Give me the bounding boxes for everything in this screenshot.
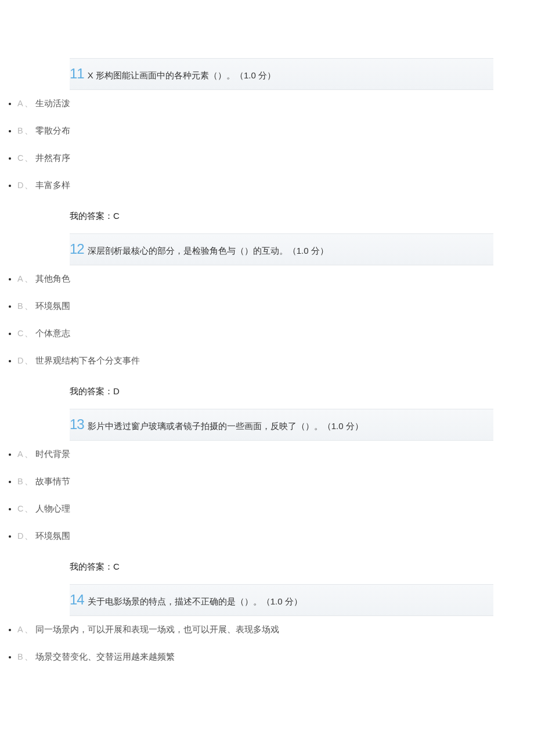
answer-value: C bbox=[113, 211, 120, 221]
option-sep: 、 bbox=[24, 301, 33, 311]
option-text: 环境氛围 bbox=[35, 531, 70, 541]
options-wrap: A、同一场景内，可以开展和表现一场戏，也可以开展、表现多场戏 B、场景交替变化、… bbox=[41, 616, 493, 671]
option-letter: C bbox=[17, 504, 23, 513]
option-b[interactable]: B、环境氛围 bbox=[17, 293, 493, 320]
question-header: 12 深层剖析最核心的部分，是检验角色与（）的互动。（1.0 分） bbox=[70, 233, 493, 265]
option-letter: B bbox=[17, 652, 23, 661]
answer-row: 我的答案：C bbox=[70, 199, 493, 233]
question-number: 12 bbox=[70, 242, 84, 256]
option-c[interactable]: C、人物心理 bbox=[17, 495, 493, 523]
question-text: 关于电影场景的特点，描述不正确的是（）。（1.0 分） bbox=[88, 596, 302, 607]
options-list: A、同一场景内，可以开展和表现一场戏，也可以开展、表现多场戏 B、场景交替变化、… bbox=[17, 616, 493, 671]
answer-row: 我的答案：D bbox=[70, 375, 493, 409]
option-letter: B bbox=[17, 301, 23, 311]
option-a[interactable]: A、时代背景 bbox=[17, 441, 493, 468]
option-text: 生动活泼 bbox=[35, 99, 70, 108]
answer-label: 我的答案： bbox=[70, 561, 113, 571]
answer-label: 我的答案： bbox=[70, 386, 113, 396]
option-text: 时代背景 bbox=[35, 449, 70, 459]
options-list: A、时代背景 B、故事情节 C、人物心理 D、环境氛围 bbox=[17, 441, 493, 550]
option-d[interactable]: D、环境氛围 bbox=[17, 523, 493, 550]
option-a[interactable]: A、其他角色 bbox=[17, 265, 493, 293]
option-sep: 、 bbox=[24, 329, 33, 338]
option-d[interactable]: D、世界观结构下各个分支事件 bbox=[17, 347, 493, 375]
option-sep: 、 bbox=[24, 153, 33, 163]
option-sep: 、 bbox=[24, 274, 33, 283]
option-letter: D bbox=[17, 356, 23, 365]
question-14: 14 关于电影场景的特点，描述不正确的是（）。（1.0 分） A、同一场景内，可… bbox=[41, 584, 493, 671]
option-sep: 、 bbox=[24, 356, 33, 365]
option-c[interactable]: C、井然有序 bbox=[17, 145, 493, 172]
option-letter: B bbox=[17, 477, 23, 486]
option-a[interactable]: A、同一场景内，可以开展和表现一场戏，也可以开展、表现多场戏 bbox=[17, 616, 493, 643]
option-letter: A bbox=[17, 274, 23, 283]
option-text: 环境氛围 bbox=[35, 301, 70, 311]
option-text: 故事情节 bbox=[35, 477, 70, 486]
option-letter: D bbox=[17, 531, 23, 541]
options-list: A、生动活泼 B、零散分布 C、井然有序 D、丰富多样 bbox=[17, 90, 493, 199]
question-11: 11 X 形构图能让画面中的各种元素（）。（1.0 分） A、生动活泼 B、零散… bbox=[41, 58, 493, 233]
question-text: 深层剖析最核心的部分，是检验角色与（）的互动。（1.0 分） bbox=[88, 246, 329, 257]
option-c[interactable]: C、个体意志 bbox=[17, 320, 493, 347]
option-letter: A bbox=[17, 625, 23, 634]
option-letter: C bbox=[17, 329, 23, 338]
option-sep: 、 bbox=[24, 181, 33, 190]
option-text: 井然有序 bbox=[35, 153, 70, 163]
option-text: 零散分布 bbox=[35, 126, 70, 135]
options-wrap: A、时代背景 B、故事情节 C、人物心理 D、环境氛围 bbox=[41, 441, 493, 550]
option-sep: 、 bbox=[24, 504, 33, 513]
question-text: X 形构图能让画面中的各种元素（）。（1.0 分） bbox=[88, 70, 276, 81]
option-a[interactable]: A、生动活泼 bbox=[17, 90, 493, 117]
quiz-page: 11 X 形构图能让画面中的各种元素（）。（1.0 分） A、生动活泼 B、零散… bbox=[0, 0, 534, 700]
option-text: 同一场景内，可以开展和表现一场戏，也可以开展、表现多场戏 bbox=[35, 625, 279, 634]
options-wrap: A、其他角色 B、环境氛围 C、个体意志 D、世界观结构下各个分支事件 bbox=[41, 265, 493, 375]
answer-value: D bbox=[113, 386, 120, 396]
option-sep: 、 bbox=[24, 449, 33, 459]
option-b[interactable]: B、零散分布 bbox=[17, 117, 493, 145]
option-text: 其他角色 bbox=[35, 274, 70, 283]
option-text: 个体意志 bbox=[35, 329, 70, 338]
answer-value: C bbox=[113, 561, 120, 571]
option-text: 人物心理 bbox=[35, 504, 70, 513]
options-wrap: A、生动活泼 B、零散分布 C、井然有序 D、丰富多样 bbox=[41, 90, 493, 199]
option-letter: C bbox=[17, 153, 23, 163]
option-sep: 、 bbox=[24, 477, 33, 486]
question-13: 13 影片中透过窗户玻璃或者镜子拍摄的一些画面，反映了（）。（1.0 分） A、… bbox=[41, 409, 493, 584]
question-header: 11 X 形构图能让画面中的各种元素（）。（1.0 分） bbox=[70, 58, 493, 90]
option-b[interactable]: B、场景交替变化、交替运用越来越频繁 bbox=[17, 643, 493, 671]
option-sep: 、 bbox=[24, 531, 33, 541]
option-sep: 、 bbox=[24, 652, 33, 661]
question-number: 14 bbox=[70, 593, 84, 607]
question-number: 13 bbox=[70, 417, 84, 431]
question-number: 11 bbox=[70, 67, 84, 81]
question-header: 13 影片中透过窗户玻璃或者镜子拍摄的一些画面，反映了（）。（1.0 分） bbox=[70, 409, 493, 441]
option-sep: 、 bbox=[24, 625, 33, 634]
option-text: 世界观结构下各个分支事件 bbox=[35, 356, 140, 365]
option-letter: B bbox=[17, 126, 23, 135]
option-text: 丰富多样 bbox=[35, 181, 70, 190]
question-text: 影片中透过窗户玻璃或者镜子拍摄的一些画面，反映了（）。（1.0 分） bbox=[88, 421, 363, 432]
option-sep: 、 bbox=[24, 126, 33, 135]
option-text: 场景交替变化、交替运用越来越频繁 bbox=[35, 652, 175, 661]
option-d[interactable]: D、丰富多样 bbox=[17, 172, 493, 199]
option-b[interactable]: B、故事情节 bbox=[17, 468, 493, 495]
question-12: 12 深层剖析最核心的部分，是检验角色与（）的互动。（1.0 分） A、其他角色… bbox=[41, 233, 493, 409]
option-letter: A bbox=[17, 99, 23, 108]
option-letter: A bbox=[17, 449, 23, 459]
option-sep: 、 bbox=[24, 99, 33, 108]
answer-label: 我的答案： bbox=[70, 211, 113, 221]
options-list: A、其他角色 B、环境氛围 C、个体意志 D、世界观结构下各个分支事件 bbox=[17, 265, 493, 375]
question-header: 14 关于电影场景的特点，描述不正确的是（）。（1.0 分） bbox=[70, 584, 493, 616]
option-letter: D bbox=[17, 181, 23, 190]
answer-row: 我的答案：C bbox=[70, 550, 493, 584]
